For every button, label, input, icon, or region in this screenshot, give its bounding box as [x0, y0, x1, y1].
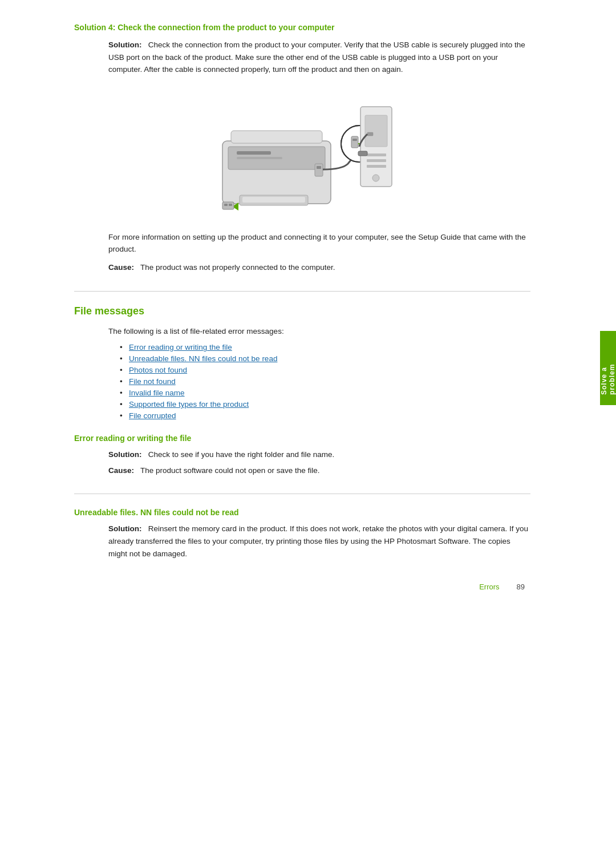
file-messages-title: File messages	[74, 305, 530, 317]
file-messages-body: The following is a list of file-related …	[74, 325, 530, 421]
error-reading-subsection: Error reading or writing the file Soluti…	[74, 434, 530, 476]
svg-rect-8	[317, 166, 321, 169]
main-content: Solution 4: Check the connection from th…	[0, 0, 576, 853]
side-tab: Solve a problem	[600, 331, 616, 405]
cause-text: The product was not properly connected t…	[140, 263, 335, 272]
svg-rect-11	[351, 136, 358, 148]
printer-illustration	[205, 90, 399, 215]
list-item: Supported file types for the product	[120, 400, 530, 409]
uf-solution-text: Reinsert the memory card in the product.…	[108, 524, 528, 557]
svg-rect-16	[365, 115, 387, 147]
more-info-text: For more information on setting up the p…	[108, 231, 530, 256]
unreadable-title: Unreadable files. NN files could not be …	[74, 508, 530, 517]
svg-rect-2	[237, 151, 271, 155]
file-messages-intro: The following is a list of file-related …	[108, 325, 530, 338]
svg-rect-22	[358, 151, 367, 156]
solution4-text: Solution: Check the connection from the …	[108, 39, 530, 76]
solution4-desc: Check the connection from the product to…	[108, 41, 525, 74]
uf-solution-label: Solution:	[108, 524, 141, 533]
svg-rect-18	[367, 153, 386, 156]
unreadable-solution-row: Solution: Reinsert the memory card in th…	[108, 523, 530, 560]
footer-area: Errors 89	[74, 583, 530, 591]
link-file-not-found[interactable]: File not found	[129, 377, 176, 386]
file-messages-list: Error reading or writing the file Unread…	[108, 343, 530, 420]
solution4-section: Solution 4: Check the connection from th…	[74, 23, 530, 76]
page-container: Solution 4: Check the connection from th…	[0, 0, 616, 853]
link-error-reading[interactable]: Error reading or writing the file	[129, 343, 232, 351]
svg-rect-6	[231, 131, 322, 143]
error-reading-solution-row: Solution: Check to see if you have the r…	[108, 448, 530, 461]
footer-label: Errors	[479, 583, 499, 591]
svg-rect-21	[367, 132, 373, 136]
cause-label: Cause:	[108, 263, 134, 272]
cause-row: Cause: The product was not properly conn…	[108, 261, 530, 274]
list-item: Invalid file name	[120, 389, 530, 397]
link-photos-not-found[interactable]: Photos not found	[129, 366, 187, 374]
error-reading-title: Error reading or writing the file	[74, 434, 530, 443]
er-solution-label: Solution:	[108, 450, 141, 459]
svg-rect-5	[242, 197, 305, 203]
link-invalid-file-name[interactable]: Invalid file name	[129, 389, 185, 397]
side-tab-label: Solve a problem	[600, 341, 616, 395]
svg-rect-26	[229, 204, 232, 206]
link-file-corrupted[interactable]: File corrupted	[129, 411, 176, 420]
svg-point-17	[372, 175, 379, 181]
svg-rect-12	[352, 139, 357, 141]
solution-label: Solution:	[108, 41, 141, 49]
divider-2	[74, 494, 530, 494]
link-supported-types[interactable]: Supported file types for the product	[129, 400, 249, 409]
unreadable-files-subsection: Unreadable files. NN files could not be …	[74, 508, 530, 560]
svg-rect-24	[222, 202, 234, 209]
er-cause-label: Cause:	[108, 466, 134, 475]
er-solution-text: Check to see if you have the right folde…	[148, 450, 334, 459]
illustration-area	[74, 90, 530, 215]
svg-rect-20	[367, 165, 386, 168]
more-info-block: For more information on setting up the p…	[74, 231, 530, 274]
list-item: File not found	[120, 377, 530, 386]
unreadable-body: Solution: Reinsert the memory card in th…	[74, 523, 530, 560]
svg-rect-3	[237, 157, 282, 159]
error-reading-body: Solution: Check to see if you have the r…	[74, 448, 530, 476]
svg-rect-25	[224, 204, 228, 206]
list-item: Photos not found	[120, 366, 530, 374]
solution4-title: Solution 4: Check the connection from th…	[74, 23, 530, 32]
svg-rect-7	[315, 164, 323, 176]
er-cause-text: The product software could not open or s…	[140, 466, 319, 475]
footer-page-number: 89	[517, 583, 525, 591]
error-reading-cause-row: Cause: The product software could not op…	[108, 464, 530, 477]
solution4-body: Solution: Check the connection from the …	[74, 39, 530, 76]
file-messages-section: File messages The following is a list of…	[74, 305, 530, 560]
svg-rect-19	[367, 159, 386, 162]
list-item: Unreadable files. NN files could not be …	[120, 354, 530, 363]
list-item: Error reading or writing the file	[120, 343, 530, 351]
list-item: File corrupted	[120, 411, 530, 420]
divider-1	[74, 291, 530, 292]
link-unreadable[interactable]: Unreadable files. NN files could not be …	[129, 354, 277, 363]
